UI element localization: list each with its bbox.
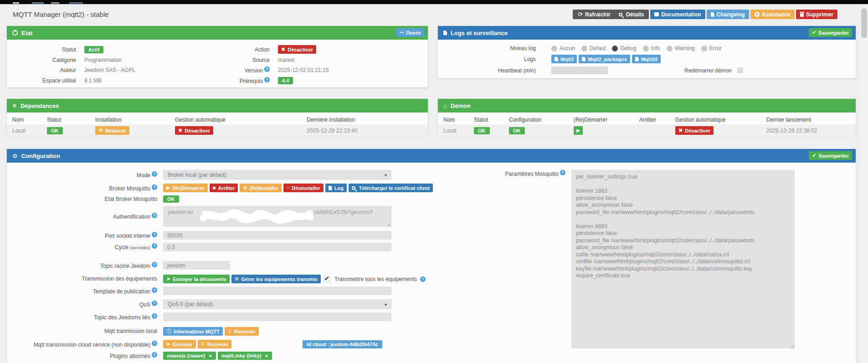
cloud-send-button[interactable]: ➤ Envoyer <box>163 340 196 348</box>
restart-daemon-checkbox[interactable] <box>737 67 743 73</box>
help-icon[interactable]: ? <box>152 287 157 293</box>
help-icon[interactable]: ? <box>152 341 157 346</box>
manage-transmitted-button[interactable]: ⚙ Gérer les équipements transmis <box>231 275 321 283</box>
demon-gestion: ✖ Désactiver <box>675 126 766 135</box>
save-configuration-button[interactable]: ✔ Sauvegarder <box>809 151 852 160</box>
file-icon <box>711 12 714 17</box>
refresh-button[interactable]: ⟳ Rafraichir <box>578 11 611 18</box>
send-icon: ➤ <box>166 276 170 281</box>
radio-level-info[interactable]: Info <box>643 45 660 51</box>
toolbar: ⟳ Rafraichir Détails Documentation Chang… <box>573 10 837 19</box>
radio-level-warning[interactable]: Warning <box>667 45 695 51</box>
open-button[interactable]: ↪ Ouvrir <box>396 28 424 37</box>
radio-level-aucun[interactable]: Aucun <box>551 45 575 51</box>
dep-statut: OK <box>47 127 95 134</box>
toolbar-dark-group: ⟳ Rafraichir Détails <box>573 10 649 19</box>
log-file-mqtt2-packages-button[interactable]: Mqtt2_packages <box>579 55 630 63</box>
configuration-panel-title: Configuration <box>21 153 60 159</box>
start-daemon-button[interactable]: ▶ <box>574 126 583 135</box>
broker-restart-button[interactable]: ▶ (Re)Démarrer <box>163 184 208 192</box>
plugin-tag-zwavejs[interactable]: zwavejs (zwave) ✕ <box>163 352 216 360</box>
help-icon[interactable]: ? <box>152 213 157 218</box>
topic-jeedoms-lies-input[interactable] <box>163 312 391 321</box>
broker-reinstall-button[interactable]: ✚ (Ré)Installer <box>240 184 282 192</box>
save-logs-button[interactable]: ✔ Sauvegarder <box>809 28 852 37</box>
log-file-mqtt2-button[interactable]: Mqtt2 <box>551 55 577 63</box>
source-label: Source <box>180 57 278 63</box>
authentification-textarea[interactable]: jeedom:ez sbNbKExS7fb7gescmvY <box>163 206 391 227</box>
template-publication-input[interactable] <box>163 286 391 295</box>
radio-level-defaut[interactable]: Defaut <box>581 45 606 51</box>
local-receive-button[interactable]: ⇩ Recevoir <box>225 327 259 336</box>
power-icon <box>12 30 18 36</box>
help-icon[interactable]: ? <box>152 232 157 237</box>
cycle-input[interactable] <box>163 243 391 251</box>
plugin-tag-mqttlinky[interactable]: mqttLinky (linky) ✕ <box>218 352 272 360</box>
radio-level-error[interactable]: Error <box>701 45 722 51</box>
disable-plugin-button[interactable]: ✖ Désactiver <box>278 45 316 54</box>
demon-panel-title: Démon <box>451 102 471 109</box>
documentation-button[interactable]: Documentation <box>650 10 705 19</box>
logs-panel: Logs et surveillance ✔ Sauvegarder Nivea… <box>438 26 856 78</box>
cloud-receive-button[interactable]: ⇩ Recevoir <box>198 340 232 348</box>
help-icon[interactable]: ? <box>152 262 157 267</box>
help-icon[interactable]: ? <box>152 243 157 249</box>
details-button[interactable]: Détails <box>619 11 644 18</box>
cogs-icon: ⚙ <box>12 153 18 159</box>
topic-racine-input[interactable] <box>163 261 230 270</box>
disable-auto-dependencies-button[interactable]: ✖ Désactiver <box>175 126 213 135</box>
transmission-label: Transmission des équipements <box>7 276 157 282</box>
stop-icon: ■ <box>213 185 216 190</box>
etat-panel-header: Etat ↪ Ouvrir <box>7 26 428 40</box>
play-icon: ▶ <box>166 185 170 190</box>
broker-status-badge: OK <box>163 195 179 203</box>
heartbeat-input[interactable] <box>551 66 608 74</box>
life-ring-icon <box>755 12 760 17</box>
disable-auto-daemon-button[interactable]: ✖ Désactiver <box>675 126 714 135</box>
delete-button[interactable]: Supprimer <box>796 10 837 19</box>
relaunch-dependencies-button[interactable]: ⚒ Relancer <box>95 126 129 135</box>
scrollbar-thumb[interactable] <box>861 8 867 38</box>
paperclip-icon <box>635 57 639 61</box>
cross-icon: ✖ <box>678 128 683 133</box>
qos-select[interactable]: QoS 0 (par défaut) ▾ <box>163 299 391 309</box>
dep-installation: ⚒ Relancer <box>95 126 175 135</box>
transmit-all-checkbox[interactable]: ✔ <box>324 276 330 282</box>
remove-icon[interactable]: ✕ <box>265 353 268 358</box>
help-icon[interactable]: ? <box>152 313 157 319</box>
remove-icon[interactable]: ✕ <box>208 353 212 358</box>
help-icon[interactable]: ? <box>152 184 157 190</box>
mode-label: Mode? <box>7 171 157 179</box>
categorie-label: Catégorie <box>7 57 84 63</box>
help-icon[interactable]: ? <box>264 77 270 82</box>
send-discovery-button[interactable]: ➤ Envoyer la découverte <box>163 275 230 283</box>
demon-restart: ▶ <box>574 126 639 135</box>
menu-fragment <box>32 2 44 4</box>
auteur-label: Auteur <box>7 67 84 73</box>
assistance-button[interactable]: Assistance <box>750 10 795 19</box>
version-label: Version? <box>180 66 278 74</box>
port-socket-input[interactable] <box>163 231 391 240</box>
broker-log-button[interactable]: Log <box>325 184 347 192</box>
mode-select[interactable]: Broker local (par défaut) ▾ <box>163 170 391 180</box>
resize-handle[interactable] <box>386 222 391 226</box>
logs-panel-title: Logs et surveillance <box>451 30 508 36</box>
help-icon[interactable]: ? <box>152 352 157 358</box>
help-icon[interactable]: ? <box>560 170 565 175</box>
template-publication-label: Template de publication? <box>7 287 157 295</box>
help-icon[interactable]: ? <box>152 301 157 306</box>
help-icon[interactable]: ? <box>264 66 270 72</box>
broker-stop-button[interactable]: ■ Arrêter <box>210 184 238 192</box>
broker-mosquitto-label: Broker Mosquitto? <box>7 184 157 192</box>
informations-mqtt-button[interactable]: ⓘ Informations MQTT <box>163 327 223 336</box>
broker-uninstall-button[interactable]: − Désinstaller <box>283 184 324 192</box>
mqtt-local-label: Mqtt tranmission local <box>7 328 157 334</box>
help-icon[interactable]: ? <box>152 171 157 177</box>
scrollbar[interactable] <box>860 4 868 363</box>
changelog-button[interactable]: Changelog <box>707 10 749 19</box>
radio-level-debug[interactable]: Debug <box>612 45 636 51</box>
log-file-mqtt2d-button[interactable]: Mqtt2d <box>632 55 661 63</box>
dependances-table-row: Local OK ⚒ Relancer ✖ Désactiver 2025-12… <box>7 125 428 136</box>
parametres-mosquitto-label: Paramètres Mosquitto? <box>397 170 565 177</box>
parametres-mosquitto-textarea[interactable]: per_listener_settings true listener 1883… <box>571 170 795 348</box>
